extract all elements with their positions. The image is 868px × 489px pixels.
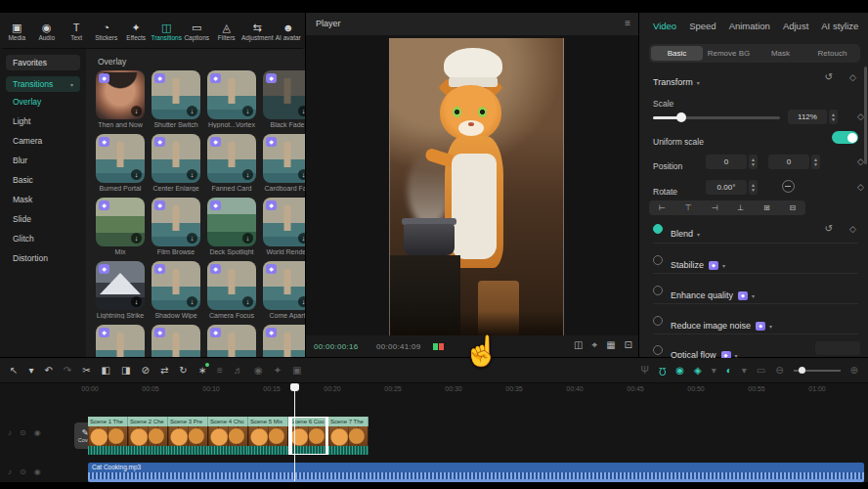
sidebar-item-slide[interactable]: Slide <box>0 209 86 229</box>
player-menu-icon[interactable]: ≡ <box>625 18 630 28</box>
select-dropdown-icon[interactable]: ▾ <box>28 365 33 377</box>
subtab-remove-bg[interactable]: Remove BG <box>703 46 755 61</box>
undo-icon[interactable]: ↶ <box>44 365 52 377</box>
link-clips-icon[interactable]: ◉ <box>675 365 684 377</box>
video-clip[interactable]: Scene 2 Che <box>128 417 168 455</box>
section-stabilize[interactable]: Stabilize◆▾ <box>653 254 860 270</box>
toolbar-item-text[interactable]: TText <box>62 16 91 48</box>
magnet-snap-icon[interactable]: Ω <box>659 365 666 377</box>
fullscreen-icon[interactable]: ⊡ <box>625 339 632 351</box>
video-hide-icon[interactable]: ◉ <box>34 428 41 437</box>
resolution-icon[interactable]: ▦ <box>606 339 615 351</box>
magic-icon[interactable]: ✦ <box>274 365 282 377</box>
enhance-quality-checkbox[interactable] <box>653 286 663 295</box>
rotate-keyframe-icon[interactable]: ◇ <box>857 182 864 192</box>
sidebar-item-blur[interactable]: Blur <box>0 151 86 170</box>
align-icon-5[interactable]: ⊟ <box>789 203 796 212</box>
zoom-slider-handle[interactable] <box>799 367 805 374</box>
blend-keyframe-icon[interactable]: ◇ <box>849 224 856 234</box>
smart-select-icon[interactable]: ∗ <box>198 365 206 377</box>
transition-thumbnail[interactable]: ◆↓ <box>152 134 200 183</box>
ratio-icon[interactable]: ◫ <box>574 339 583 351</box>
audio-clip[interactable]: Cat Cooking.mp3 <box>88 463 864 482</box>
transition-thumbnail[interactable]: ◆↓ <box>207 261 256 310</box>
toolbar-item-stickers[interactable]: ◔Stickers <box>91 16 120 48</box>
section-enhance-quality[interactable]: Enhance quality◆▾ <box>653 285 860 300</box>
sidebar-item-basic[interactable]: Basic <box>0 170 86 190</box>
sidebar-item-overlay[interactable]: Overlay <box>0 92 86 111</box>
delete-icon[interactable]: ⊘ <box>142 365 150 377</box>
video-mute-icon[interactable]: ♪ <box>8 428 12 437</box>
video-clip[interactable]: Scene 3 Pre <box>168 417 208 455</box>
redo-icon[interactable]: ↷ <box>64 365 71 377</box>
video-clip[interactable]: Scene 4 Cho <box>208 417 248 455</box>
tab-adjust[interactable]: Adjust <box>783 21 808 36</box>
transition-thumbnail[interactable]: ◆↓ <box>96 70 145 119</box>
section-collapse-icon[interactable]: ▾ <box>752 293 755 299</box>
blend-checkbox[interactable] <box>653 224 663 234</box>
sidebar-item-distortion[interactable]: Distortion <box>0 248 86 268</box>
scale-keyframe-icon[interactable]: ◇ <box>857 111 864 121</box>
align-icon-2[interactable]: ⊣ <box>711 203 717 212</box>
subtab-basic[interactable]: Basic <box>651 46 703 61</box>
tab-speed[interactable]: Speed <box>689 21 716 36</box>
section-collapse-icon[interactable]: ▾ <box>769 324 772 330</box>
optical-flow-checkbox[interactable] <box>653 345 663 355</box>
mirror-icon[interactable]: ⇄ <box>160 365 168 377</box>
align-icon-3[interactable]: ⊥ <box>737 203 744 212</box>
toolbar-item-filters[interactable]: ◬Filters <box>211 16 240 48</box>
snapshot-icon[interactable]: ⌖ <box>592 339 598 351</box>
transition-thumbnail[interactable]: ◆↓ <box>96 134 145 183</box>
transition-thumbnail[interactable]: ◆↓ <box>96 325 145 357</box>
toolbar-item-ai-avatar[interactable]: ☻AI avatar <box>273 16 302 48</box>
playhead-handle[interactable] <box>290 383 299 391</box>
toolbar-item-audio[interactable]: ◉Audio <box>31 16 61 48</box>
preview-axis-icon[interactable]: ▭ <box>757 365 765 377</box>
select-tool-icon[interactable]: ↖ <box>10 365 18 377</box>
sidebar-item-favorites[interactable]: Favorites <box>6 55 80 70</box>
keyframe-toggle-icon[interactable]: ◈ <box>694 365 702 377</box>
tab-video[interactable]: Video <box>653 21 676 36</box>
toolbar-item-adjustment[interactable]: ⇆Adjustment <box>241 16 274 48</box>
section-reduce-image-noise[interactable]: Reduce image noise◆▾ <box>653 315 860 331</box>
loop-icon[interactable]: ↻ <box>179 365 187 377</box>
transition-thumbnail[interactable]: ◆↓ <box>152 198 200 246</box>
zoom-out-icon[interactable]: ⊖ <box>775 365 783 377</box>
avatar-icon[interactable]: ◉ <box>254 365 263 377</box>
align-icon-4[interactable]: ⊞ <box>763 203 770 212</box>
scale-stepper[interactable]: ▲▼ <box>829 110 838 124</box>
transition-thumbnail[interactable]: ◆↓ <box>263 134 305 183</box>
video-clip[interactable]: Scene 1 The <box>88 417 128 455</box>
mixer-icon[interactable]: ≡ <box>217 365 223 377</box>
video-lock-icon[interactable]: ⊙ <box>20 428 26 437</box>
scale-slider-handle[interactable] <box>676 112 686 122</box>
rotate-value-field[interactable]: 0.00° <box>706 180 747 195</box>
blend-reset-icon[interactable]: ↺ <box>825 223 833 234</box>
scale-value-box[interactable]: 112% <box>788 110 827 124</box>
sidebar-group-transitions[interactable]: Transitions ▾ <box>6 76 80 92</box>
sidebar-item-mask[interactable]: Mask <box>0 190 86 209</box>
rotate-stepper[interactable]: ▲▼ <box>749 180 758 195</box>
trim-left-icon[interactable]: ◧ <box>102 365 110 377</box>
position-y-stepper[interactable]: ▲▼ <box>811 155 820 169</box>
timeline-zoom-slider[interactable] <box>794 367 841 375</box>
optical-flow-side-button[interactable] <box>815 341 860 355</box>
transition-thumbnail[interactable]: ◆↓ <box>263 70 305 119</box>
transition-thumbnail[interactable]: ◆↓ <box>207 70 256 119</box>
split-icon[interactable]: ✂ <box>82 365 90 377</box>
align-icon-0[interactable]: ⊢ <box>659 203 666 212</box>
section-collapse-icon[interactable]: ▾ <box>722 263 725 269</box>
toolbar-item-effects[interactable]: ✦Effects <box>121 16 151 48</box>
reduce-image-noise-checkbox[interactable] <box>653 316 663 326</box>
audio-lock-icon[interactable]: ⊙ <box>20 467 26 476</box>
transition-thumbnail[interactable]: ◆↓ <box>96 198 145 246</box>
transform-keyframe-icon[interactable]: ◇ <box>849 72 856 82</box>
position-x-stepper[interactable]: ▲▼ <box>749 155 758 169</box>
sidebar-item-camera[interactable]: Camera <box>0 131 86 151</box>
align-icon-1[interactable]: ⊤ <box>685 203 692 212</box>
transform-collapse-icon[interactable]: ▾ <box>697 80 700 86</box>
position-y-field[interactable]: 0 <box>768 155 809 169</box>
video-preview-canvas[interactable] <box>389 38 564 338</box>
section-blend[interactable]: Blend▾↺◇ <box>653 223 860 239</box>
trim-right-icon[interactable]: ◨ <box>121 365 130 377</box>
